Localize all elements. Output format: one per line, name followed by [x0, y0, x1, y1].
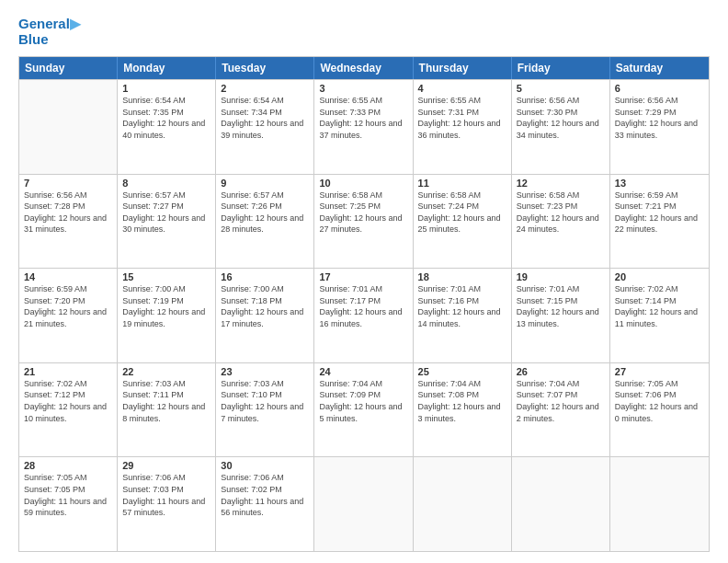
calendar-cell: 4Sunrise: 6:55 AMSunset: 7:31 PMDaylight…: [414, 80, 512, 174]
calendar-cell: 26Sunrise: 7:04 AMSunset: 7:07 PMDayligh…: [512, 363, 610, 457]
day-number: 13: [615, 178, 704, 189]
day-info: Sunrise: 7:06 AMSunset: 7:02 PMDaylight:…: [221, 472, 309, 518]
calendar-cell: [512, 457, 610, 551]
day-info: Sunrise: 7:06 AMSunset: 7:03 PMDaylight:…: [122, 472, 210, 518]
day-info: Sunrise: 7:05 AMSunset: 7:05 PMDaylight:…: [24, 472, 112, 518]
calendar-week-3: 14Sunrise: 6:59 AMSunset: 7:20 PMDayligh…: [19, 268, 709, 362]
day-number: 28: [24, 460, 112, 471]
calendar-cell: [19, 80, 118, 174]
day-info: Sunrise: 7:03 AMSunset: 7:11 PMDaylight:…: [122, 378, 210, 424]
calendar-cell: 18Sunrise: 7:01 AMSunset: 7:16 PMDayligh…: [414, 269, 512, 362]
day-info: Sunrise: 6:58 AMSunset: 7:23 PMDaylight:…: [517, 190, 605, 236]
day-number: 26: [517, 366, 605, 377]
day-number: 10: [319, 178, 407, 189]
day-header-friday: Friday: [512, 57, 610, 79]
day-number: 14: [24, 271, 112, 282]
calendar-body: 1Sunrise: 6:54 AMSunset: 7:35 PMDaylight…: [19, 79, 709, 551]
calendar-week-5: 28Sunrise: 7:05 AMSunset: 7:05 PMDayligh…: [19, 456, 709, 551]
day-number: 21: [24, 366, 112, 377]
day-info: Sunrise: 6:55 AMSunset: 7:33 PMDaylight:…: [319, 95, 407, 141]
calendar-cell: 7Sunrise: 6:56 AMSunset: 7:28 PMDaylight…: [19, 175, 118, 269]
calendar-cell: 19Sunrise: 7:01 AMSunset: 7:15 PMDayligh…: [512, 269, 610, 362]
day-number: 17: [319, 271, 407, 282]
calendar-header: SundayMondayTuesdayWednesdayThursdayFrid…: [19, 57, 709, 79]
day-header-sunday: Sunday: [19, 57, 118, 79]
logo-subtext: Blue: [18, 32, 81, 48]
calendar-cell: 22Sunrise: 7:03 AMSunset: 7:11 PMDayligh…: [118, 363, 216, 457]
day-number: 27: [615, 366, 704, 377]
day-info: Sunrise: 6:58 AMSunset: 7:25 PMDaylight:…: [319, 190, 407, 236]
day-info: Sunrise: 7:02 AMSunset: 7:12 PMDaylight:…: [24, 378, 112, 424]
day-number: 22: [122, 366, 210, 377]
day-header-wednesday: Wednesday: [314, 57, 413, 79]
calendar-cell: 9Sunrise: 6:57 AMSunset: 7:26 PMDaylight…: [216, 175, 314, 269]
day-info: Sunrise: 6:57 AMSunset: 7:26 PMDaylight:…: [221, 190, 309, 236]
day-info: Sunrise: 6:59 AMSunset: 7:21 PMDaylight:…: [615, 190, 704, 236]
day-number: 9: [221, 178, 309, 189]
calendar-cell: 28Sunrise: 7:05 AMSunset: 7:05 PMDayligh…: [19, 457, 118, 551]
day-info: Sunrise: 7:03 AMSunset: 7:10 PMDaylight:…: [221, 378, 309, 424]
header: General▶ Blue: [18, 17, 710, 47]
day-number: 3: [319, 83, 407, 94]
calendar-cell: 2Sunrise: 6:54 AMSunset: 7:34 PMDaylight…: [216, 80, 314, 174]
calendar-cell: 27Sunrise: 7:05 AMSunset: 7:06 PMDayligh…: [610, 363, 709, 457]
day-number: 1: [122, 83, 210, 94]
day-info: Sunrise: 7:02 AMSunset: 7:14 PMDaylight:…: [615, 283, 704, 329]
logo-container: General▶ Blue: [18, 17, 81, 47]
calendar-cell: 14Sunrise: 6:59 AMSunset: 7:20 PMDayligh…: [19, 269, 118, 362]
day-info: Sunrise: 7:01 AMSunset: 7:17 PMDaylight:…: [319, 283, 407, 329]
day-number: 30: [221, 460, 309, 471]
page: General▶ Blue SundayMondayTuesdayWednesd…: [0, 0, 728, 563]
logo: General▶ Blue: [18, 17, 81, 47]
calendar-cell: 13Sunrise: 6:59 AMSunset: 7:21 PMDayligh…: [610, 175, 709, 269]
calendar-week-1: 1Sunrise: 6:54 AMSunset: 7:35 PMDaylight…: [19, 79, 709, 174]
day-info: Sunrise: 6:58 AMSunset: 7:24 PMDaylight:…: [418, 190, 506, 236]
day-info: Sunrise: 6:59 AMSunset: 7:20 PMDaylight:…: [24, 283, 112, 329]
day-info: Sunrise: 7:00 AMSunset: 7:19 PMDaylight:…: [122, 283, 210, 329]
day-info: Sunrise: 6:56 AMSunset: 7:30 PMDaylight:…: [517, 95, 605, 141]
calendar-week-4: 21Sunrise: 7:02 AMSunset: 7:12 PMDayligh…: [19, 362, 709, 457]
calendar-cell: 8Sunrise: 6:57 AMSunset: 7:27 PMDaylight…: [118, 175, 216, 269]
calendar-cell: 17Sunrise: 7:01 AMSunset: 7:17 PMDayligh…: [314, 269, 413, 362]
calendar-cell: 20Sunrise: 7:02 AMSunset: 7:14 PMDayligh…: [610, 269, 709, 362]
day-number: 2: [221, 83, 309, 94]
day-header-saturday: Saturday: [610, 57, 709, 79]
calendar-cell: 11Sunrise: 6:58 AMSunset: 7:24 PMDayligh…: [414, 175, 512, 269]
day-number: 4: [418, 83, 506, 94]
day-number: 16: [221, 271, 309, 282]
calendar-cell: 12Sunrise: 6:58 AMSunset: 7:23 PMDayligh…: [512, 175, 610, 269]
day-number: 6: [615, 83, 704, 94]
day-info: Sunrise: 6:54 AMSunset: 7:34 PMDaylight:…: [221, 95, 309, 141]
day-header-tuesday: Tuesday: [216, 57, 314, 79]
calendar-cell: [314, 457, 413, 551]
day-number: 5: [517, 83, 605, 94]
day-info: Sunrise: 7:00 AMSunset: 7:18 PMDaylight:…: [221, 283, 309, 329]
calendar-cell: 15Sunrise: 7:00 AMSunset: 7:19 PMDayligh…: [118, 269, 216, 362]
calendar-cell: 1Sunrise: 6:54 AMSunset: 7:35 PMDaylight…: [118, 80, 216, 174]
day-info: Sunrise: 7:01 AMSunset: 7:16 PMDaylight:…: [418, 283, 506, 329]
calendar: SundayMondayTuesdayWednesdayThursdayFrid…: [18, 56, 710, 552]
calendar-cell: 25Sunrise: 7:04 AMSunset: 7:08 PMDayligh…: [414, 363, 512, 457]
day-info: Sunrise: 7:04 AMSunset: 7:07 PMDaylight:…: [517, 378, 605, 424]
calendar-cell: [414, 457, 512, 551]
day-info: Sunrise: 7:01 AMSunset: 7:15 PMDaylight:…: [517, 283, 605, 329]
calendar-cell: 24Sunrise: 7:04 AMSunset: 7:09 PMDayligh…: [314, 363, 413, 457]
day-number: 8: [122, 178, 210, 189]
calendar-cell: 23Sunrise: 7:03 AMSunset: 7:10 PMDayligh…: [216, 363, 314, 457]
day-number: 11: [418, 178, 506, 189]
day-info: Sunrise: 6:56 AMSunset: 7:29 PMDaylight:…: [615, 95, 704, 141]
calendar-cell: 10Sunrise: 6:58 AMSunset: 7:25 PMDayligh…: [314, 175, 413, 269]
day-number: 25: [418, 366, 506, 377]
day-header-monday: Monday: [118, 57, 216, 79]
logo-text: General▶: [18, 17, 81, 32]
calendar-cell: 16Sunrise: 7:00 AMSunset: 7:18 PMDayligh…: [216, 269, 314, 362]
day-number: 19: [517, 271, 605, 282]
calendar-cell: 3Sunrise: 6:55 AMSunset: 7:33 PMDaylight…: [314, 80, 413, 174]
day-number: 24: [319, 366, 407, 377]
day-number: 12: [517, 178, 605, 189]
day-info: Sunrise: 7:05 AMSunset: 7:06 PMDaylight:…: [615, 378, 704, 424]
day-info: Sunrise: 7:04 AMSunset: 7:09 PMDaylight:…: [319, 378, 407, 424]
calendar-week-2: 7Sunrise: 6:56 AMSunset: 7:28 PMDaylight…: [19, 174, 709, 269]
day-number: 20: [615, 271, 704, 282]
day-number: 15: [122, 271, 210, 282]
